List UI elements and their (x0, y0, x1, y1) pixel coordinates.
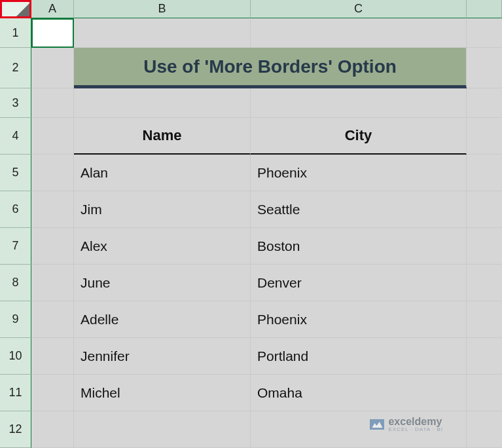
cell-B12[interactable] (74, 411, 251, 448)
row-header-1[interactable]: 1 (0, 18, 31, 48)
table-row[interactable]: Adelle (74, 301, 251, 338)
cell-A11[interactable] (31, 375, 74, 411)
cell-B1[interactable] (74, 18, 251, 48)
row-header-column: 1 2 3 4 5 6 7 8 9 10 11 12 (0, 18, 31, 448)
table-header-city[interactable]: City (251, 118, 467, 155)
table-row[interactable]: June (74, 265, 251, 301)
row-header-7[interactable]: 7 (0, 228, 31, 265)
cell-A4[interactable] (31, 118, 74, 155)
cell-A3[interactable] (31, 88, 74, 118)
row-header-2[interactable]: 2 (0, 48, 31, 88)
column-header-C[interactable]: C (251, 0, 467, 18)
table-row[interactable]: Alex (74, 228, 251, 265)
table-row[interactable]: Omaha (251, 375, 467, 411)
column-header-row: A B C (0, 0, 502, 18)
row-header-9[interactable]: 9 (0, 301, 31, 338)
cell-A2[interactable] (31, 48, 74, 88)
cell-A8[interactable] (31, 265, 74, 301)
cell-B3[interactable] (74, 88, 251, 118)
watermark-text: exceldemy (388, 417, 443, 427)
watermark-logo-icon (370, 419, 384, 430)
row-header-8[interactable]: 8 (0, 265, 31, 301)
cell-D1[interactable] (467, 18, 502, 48)
column-header-D[interactable] (467, 0, 502, 18)
cell-A5[interactable] (31, 155, 74, 191)
cell-C3[interactable] (251, 88, 467, 118)
cell-C1[interactable] (251, 18, 467, 48)
cell-D11[interactable] (467, 375, 502, 411)
watermark: exceldemy EXCEL · DATA · BI (370, 417, 443, 432)
cell-D9[interactable] (467, 301, 502, 338)
cell-A9[interactable] (31, 301, 74, 338)
cell-A1-active[interactable] (31, 18, 74, 48)
table-row[interactable]: Phoenix (251, 155, 467, 191)
cell-A6[interactable] (31, 191, 74, 228)
cell-D10[interactable] (467, 338, 502, 375)
row-header-5[interactable]: 5 (0, 155, 31, 191)
cell-D8[interactable] (467, 265, 502, 301)
cell-A12[interactable] (31, 411, 74, 448)
cell-A10[interactable] (31, 338, 74, 375)
select-all-button[interactable] (0, 0, 31, 18)
watermark-subtext: EXCEL · DATA · BI (388, 427, 443, 432)
cell-area[interactable]: Use of 'More Borders' Option Name City A… (31, 18, 502, 448)
spreadsheet-grid: A B C 1 2 3 4 5 6 7 8 9 10 11 12 (0, 0, 502, 448)
table-row[interactable]: Portland (251, 338, 467, 375)
table-row[interactable]: Alan (74, 155, 251, 191)
row-header-6[interactable]: 6 (0, 191, 31, 228)
table-row[interactable]: Jennifer (74, 338, 251, 375)
table-row[interactable]: Seattle (251, 191, 467, 228)
cell-D7[interactable] (467, 228, 502, 265)
table-header-name[interactable]: Name (74, 118, 251, 155)
column-header-B[interactable]: B (74, 0, 251, 18)
cell-D12[interactable] (467, 411, 502, 448)
cell-D2[interactable] (467, 48, 502, 88)
cell-D5[interactable] (467, 155, 502, 191)
title-cell[interactable]: Use of 'More Borders' Option (74, 48, 467, 88)
table-row[interactable]: Michel (74, 375, 251, 411)
row-header-3[interactable]: 3 (0, 88, 31, 118)
cell-D4[interactable] (467, 118, 502, 155)
column-header-A[interactable]: A (31, 0, 74, 18)
table-row[interactable]: Denver (251, 265, 467, 301)
cell-D6[interactable] (467, 191, 502, 228)
row-header-12[interactable]: 12 (0, 411, 31, 448)
table-row[interactable]: Phoenix (251, 301, 467, 338)
cell-A7[interactable] (31, 228, 74, 265)
row-header-10[interactable]: 10 (0, 338, 31, 375)
cell-D3[interactable] (467, 88, 502, 118)
table-row[interactable]: Jim (74, 191, 251, 228)
row-header-11[interactable]: 11 (0, 375, 31, 411)
row-header-4[interactable]: 4 (0, 118, 31, 155)
table-row[interactable]: Boston (251, 228, 467, 265)
